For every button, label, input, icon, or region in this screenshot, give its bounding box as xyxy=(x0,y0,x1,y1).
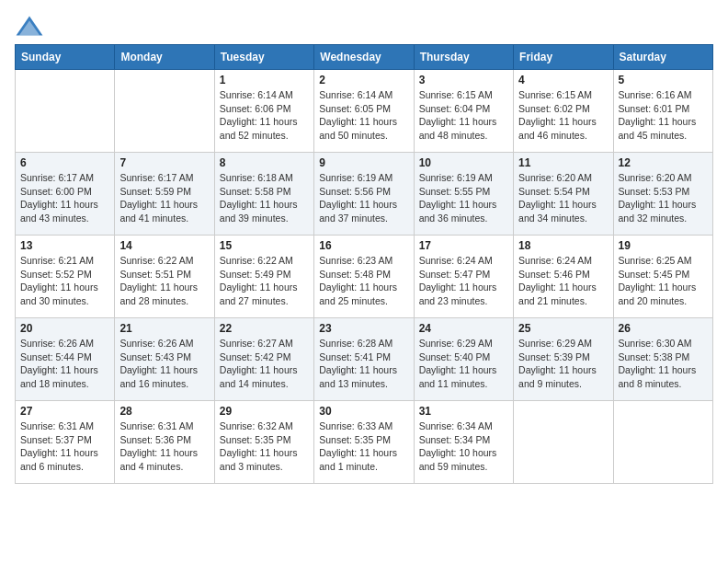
calendar-cell: 19Sunrise: 6:25 AM Sunset: 5:45 PM Dayli… xyxy=(613,236,712,318)
calendar-week-row: 20Sunrise: 6:26 AM Sunset: 5:44 PM Dayli… xyxy=(16,318,713,401)
calendar-cell: 8Sunrise: 6:18 AM Sunset: 5:58 PM Daylig… xyxy=(214,153,313,236)
day-info: Sunrise: 6:19 AM Sunset: 5:56 PM Dayligh… xyxy=(319,171,408,225)
day-number: 20 xyxy=(20,322,109,335)
day-info: Sunrise: 6:25 AM Sunset: 5:45 PM Dayligh… xyxy=(619,254,708,308)
day-info: Sunrise: 6:30 AM Sunset: 5:38 PM Dayligh… xyxy=(619,337,708,391)
calendar-cell: 10Sunrise: 6:19 AM Sunset: 5:55 PM Dayli… xyxy=(414,153,513,236)
day-number: 17 xyxy=(419,239,508,252)
day-number: 1 xyxy=(220,74,309,86)
weekday-header: Tuesday xyxy=(214,45,313,70)
day-number: 7 xyxy=(119,156,209,169)
day-info: Sunrise: 6:23 AM Sunset: 5:48 PM Dayligh… xyxy=(319,254,408,308)
day-info: Sunrise: 6:14 AM Sunset: 6:05 PM Dayligh… xyxy=(319,88,408,143)
day-number: 21 xyxy=(119,322,209,335)
calendar-cell: 27Sunrise: 6:31 AM Sunset: 5:37 PM Dayli… xyxy=(16,401,115,484)
day-info: Sunrise: 6:17 AM Sunset: 5:59 PM Dayligh… xyxy=(119,171,209,225)
weekday-header: Wednesday xyxy=(314,45,414,70)
day-info: Sunrise: 6:28 AM Sunset: 5:41 PM Dayligh… xyxy=(319,337,408,391)
calendar-table: SundayMondayTuesdayWednesdayThursdayFrid… xyxy=(15,44,713,484)
calendar-cell: 2Sunrise: 6:14 AM Sunset: 6:05 PM Daylig… xyxy=(314,70,414,153)
weekday-header: Sunday xyxy=(16,45,115,70)
day-info: Sunrise: 6:27 AM Sunset: 5:42 PM Dayligh… xyxy=(220,337,309,391)
day-info: Sunrise: 6:24 AM Sunset: 5:47 PM Dayligh… xyxy=(419,254,508,308)
day-number: 6 xyxy=(20,156,109,169)
calendar-cell: 29Sunrise: 6:32 AM Sunset: 5:35 PM Dayli… xyxy=(214,401,313,484)
calendar-cell xyxy=(115,70,214,153)
calendar-cell: 20Sunrise: 6:26 AM Sunset: 5:44 PM Dayli… xyxy=(16,318,115,401)
day-number: 18 xyxy=(518,239,608,252)
day-info: Sunrise: 6:17 AM Sunset: 6:00 PM Dayligh… xyxy=(20,171,109,225)
calendar-cell: 14Sunrise: 6:22 AM Sunset: 5:51 PM Dayli… xyxy=(115,236,214,318)
day-number: 25 xyxy=(518,322,608,335)
day-info: Sunrise: 6:15 AM Sunset: 6:04 PM Dayligh… xyxy=(419,88,508,143)
day-number: 30 xyxy=(319,405,408,418)
day-number: 24 xyxy=(419,322,508,335)
calendar-cell: 21Sunrise: 6:26 AM Sunset: 5:43 PM Dayli… xyxy=(115,318,214,401)
day-number: 8 xyxy=(220,156,309,169)
calendar-cell: 28Sunrise: 6:31 AM Sunset: 5:36 PM Dayli… xyxy=(115,401,214,484)
weekday-header: Friday xyxy=(514,45,613,70)
weekday-header: Thursday xyxy=(414,45,513,70)
day-number: 13 xyxy=(20,239,109,252)
calendar-cell: 13Sunrise: 6:21 AM Sunset: 5:52 PM Dayli… xyxy=(16,236,115,318)
day-number: 12 xyxy=(619,156,708,169)
day-number: 23 xyxy=(319,322,408,335)
day-info: Sunrise: 6:26 AM Sunset: 5:43 PM Dayligh… xyxy=(119,337,209,391)
day-info: Sunrise: 6:16 AM Sunset: 6:01 PM Dayligh… xyxy=(619,88,708,143)
calendar-cell: 1Sunrise: 6:14 AM Sunset: 6:06 PM Daylig… xyxy=(214,70,313,153)
day-info: Sunrise: 6:33 AM Sunset: 5:35 PM Dayligh… xyxy=(319,419,408,474)
day-number: 9 xyxy=(319,156,408,169)
day-number: 26 xyxy=(619,322,708,335)
day-info: Sunrise: 6:22 AM Sunset: 5:51 PM Dayligh… xyxy=(119,254,209,308)
day-number: 16 xyxy=(319,239,408,252)
calendar-week-row: 13Sunrise: 6:21 AM Sunset: 5:52 PM Dayli… xyxy=(16,236,713,318)
day-info: Sunrise: 6:21 AM Sunset: 5:52 PM Dayligh… xyxy=(20,254,109,308)
day-info: Sunrise: 6:20 AM Sunset: 5:54 PM Dayligh… xyxy=(518,171,608,225)
day-number: 29 xyxy=(220,405,309,418)
calendar-cell: 18Sunrise: 6:24 AM Sunset: 5:46 PM Dayli… xyxy=(514,236,613,318)
logo-icon xyxy=(15,15,44,37)
day-info: Sunrise: 6:22 AM Sunset: 5:49 PM Dayligh… xyxy=(220,254,309,308)
day-info: Sunrise: 6:20 AM Sunset: 5:53 PM Dayligh… xyxy=(619,171,708,225)
day-number: 10 xyxy=(419,156,508,169)
calendar-cell: 6Sunrise: 6:17 AM Sunset: 6:00 PM Daylig… xyxy=(16,153,115,236)
calendar-cell xyxy=(16,70,115,153)
calendar-cell: 30Sunrise: 6:33 AM Sunset: 5:35 PM Dayli… xyxy=(314,401,414,484)
calendar-cell: 5Sunrise: 6:16 AM Sunset: 6:01 PM Daylig… xyxy=(613,70,712,153)
day-info: Sunrise: 6:18 AM Sunset: 5:58 PM Dayligh… xyxy=(220,171,309,225)
day-info: Sunrise: 6:26 AM Sunset: 5:44 PM Dayligh… xyxy=(20,337,109,391)
calendar-header-row: SundayMondayTuesdayWednesdayThursdayFrid… xyxy=(16,45,713,70)
day-number: 3 xyxy=(419,74,508,86)
day-info: Sunrise: 6:34 AM Sunset: 5:34 PM Dayligh… xyxy=(419,419,508,474)
calendar-cell: 12Sunrise: 6:20 AM Sunset: 5:53 PM Dayli… xyxy=(613,153,712,236)
day-number: 22 xyxy=(220,322,309,335)
calendar-cell: 16Sunrise: 6:23 AM Sunset: 5:48 PM Dayli… xyxy=(314,236,414,318)
page-header xyxy=(15,15,713,37)
calendar-cell: 23Sunrise: 6:28 AM Sunset: 5:41 PM Dayli… xyxy=(314,318,414,401)
day-number: 27 xyxy=(20,405,109,418)
calendar-cell: 4Sunrise: 6:15 AM Sunset: 6:02 PM Daylig… xyxy=(514,70,613,153)
weekday-header: Monday xyxy=(115,45,214,70)
day-number: 4 xyxy=(518,74,608,86)
day-info: Sunrise: 6:14 AM Sunset: 6:06 PM Dayligh… xyxy=(220,88,309,143)
day-info: Sunrise: 6:32 AM Sunset: 5:35 PM Dayligh… xyxy=(220,419,309,474)
day-number: 11 xyxy=(518,156,608,169)
day-number: 5 xyxy=(619,74,708,86)
calendar-week-row: 6Sunrise: 6:17 AM Sunset: 6:00 PM Daylig… xyxy=(16,153,713,236)
calendar-cell: 15Sunrise: 6:22 AM Sunset: 5:49 PM Dayli… xyxy=(214,236,313,318)
calendar-cell xyxy=(613,401,712,484)
day-info: Sunrise: 6:31 AM Sunset: 5:37 PM Dayligh… xyxy=(20,419,109,474)
day-info: Sunrise: 6:29 AM Sunset: 5:39 PM Dayligh… xyxy=(518,337,608,391)
calendar-cell: 24Sunrise: 6:29 AM Sunset: 5:40 PM Dayli… xyxy=(414,318,513,401)
calendar-cell: 31Sunrise: 6:34 AM Sunset: 5:34 PM Dayli… xyxy=(414,401,513,484)
calendar-cell: 9Sunrise: 6:19 AM Sunset: 5:56 PM Daylig… xyxy=(314,153,414,236)
logo xyxy=(15,15,48,37)
day-number: 2 xyxy=(319,74,408,86)
day-info: Sunrise: 6:15 AM Sunset: 6:02 PM Dayligh… xyxy=(518,88,608,143)
day-number: 19 xyxy=(619,239,708,252)
calendar-cell: 26Sunrise: 6:30 AM Sunset: 5:38 PM Dayli… xyxy=(613,318,712,401)
calendar-cell: 7Sunrise: 6:17 AM Sunset: 5:59 PM Daylig… xyxy=(115,153,214,236)
calendar-week-row: 1Sunrise: 6:14 AM Sunset: 6:06 PM Daylig… xyxy=(16,70,713,153)
calendar-cell: 25Sunrise: 6:29 AM Sunset: 5:39 PM Dayli… xyxy=(514,318,613,401)
calendar-cell: 22Sunrise: 6:27 AM Sunset: 5:42 PM Dayli… xyxy=(214,318,313,401)
